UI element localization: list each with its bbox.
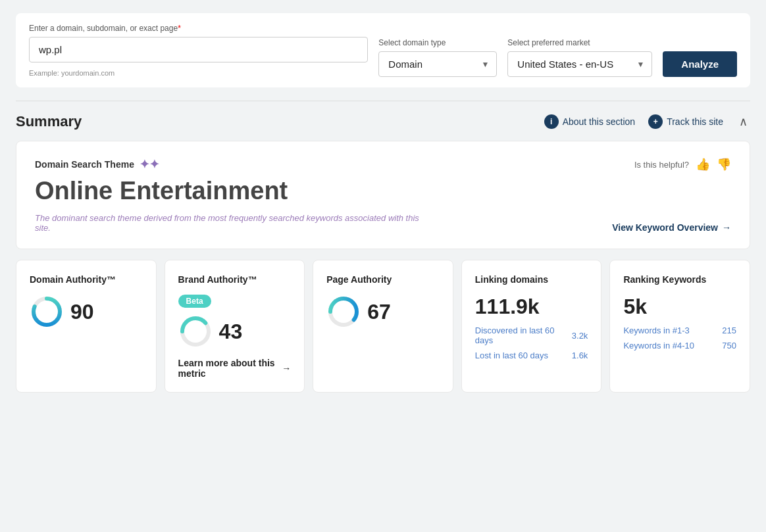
linking-domains-lost-row: Lost in last 60 days 1.6k <box>475 351 588 360</box>
domain-type-group: Select domain type Domain Subdomain Exac… <box>378 38 497 77</box>
theme-label: Domain Search Theme ✦✦ <box>35 157 159 172</box>
learn-more-text: Learn more about this metric <box>178 358 278 379</box>
about-section-button[interactable]: i About this section <box>544 114 636 129</box>
track-site-button[interactable]: + Track this site <box>648 114 723 129</box>
theme-card-header: Domain Search Theme ✦✦ Is this helpful? … <box>35 157 731 172</box>
view-keyword-label: View Keyword Overview <box>612 222 718 233</box>
market-select-wrapper: United States - en-US United Kingdom - e… <box>507 51 652 77</box>
domain-label: Enter a domain, subdomain, or exact page… <box>29 24 368 33</box>
page-authority-value-row: 67 <box>326 295 440 329</box>
domain-input-group: Enter a domain, subdomain, or exact page… <box>29 24 368 77</box>
domain-type-select[interactable]: Domain Subdomain Exact Page <box>378 51 497 77</box>
plus-icon: + <box>648 114 663 129</box>
theme-title: Online Entertainment <box>35 177 731 205</box>
ranking-keywords-title: Ranking Keywords <box>623 274 736 285</box>
page-authority-card: Page Authority 67 <box>313 260 453 393</box>
kw1-value[interactable]: 215 <box>722 326 736 335</box>
linking-domains-card: Linking domains 111.9k Discovered in las… <box>461 260 602 393</box>
domain-input[interactable] <box>29 37 368 62</box>
market-group: Select preferred market United States - … <box>507 38 652 77</box>
theme-label-text: Domain Search Theme <box>35 159 134 170</box>
lost-value[interactable]: 1.6k <box>572 351 588 360</box>
market-select[interactable]: United States - en-US United Kingdom - e… <box>507 51 652 77</box>
summary-header: Summary i About this section + Track thi… <box>16 113 750 130</box>
theme-card: Domain Search Theme ✦✦ Is this helpful? … <box>16 141 750 249</box>
brand-authority-circle <box>178 314 213 349</box>
ranking-kw1-row: Keywords in #1-3 215 <box>623 326 736 335</box>
info-icon: i <box>544 114 559 129</box>
discovered-label: Discovered in last 60 days <box>475 326 572 345</box>
kw2-value[interactable]: 750 <box>722 341 736 351</box>
brand-authority-beta: Beta <box>178 295 292 314</box>
brand-authority-value-row: 43 <box>178 314 292 349</box>
page-authority-circle <box>326 295 361 329</box>
thumbdown-button[interactable]: 👎 <box>717 157 731 172</box>
track-site-label: Track this site <box>667 116 723 127</box>
metrics-row: Domain Authority™ 90 <box>16 260 750 393</box>
domain-authority-card: Domain Authority™ 90 <box>16 260 157 393</box>
analyze-button[interactable]: Analyze <box>663 51 737 77</box>
ranking-kw2-row: Keywords in #4-10 750 <box>623 341 736 351</box>
brand-authority-value: 43 <box>219 320 243 344</box>
section-divider <box>16 101 750 101</box>
domain-type-label: Select domain type <box>378 38 497 47</box>
summary-title: Summary <box>16 113 82 130</box>
domain-authority-title: Domain Authority™ <box>30 274 143 285</box>
learn-more-arrow-icon: → <box>282 363 291 374</box>
collapse-button[interactable]: ∧ <box>736 114 750 129</box>
theme-footer: The dominant search theme derived from t… <box>35 213 731 233</box>
brand-authority-card: Brand Authority™ Beta <box>165 260 305 393</box>
discovered-value[interactable]: 3.2k <box>572 331 588 341</box>
domain-example: Example: yourdomain.com <box>29 69 368 77</box>
summary-actions: i About this section + Track this site ∧ <box>544 114 750 129</box>
sparkle-icon: ✦✦ <box>140 157 159 172</box>
helpful-area: Is this helpful? 👍 👎 <box>634 157 731 172</box>
search-section: Enter a domain, subdomain, or exact page… <box>16 13 750 87</box>
kw2-label: Keywords in #4-10 <box>623 341 694 351</box>
page-authority-title: Page Authority <box>326 274 440 285</box>
about-section-label: About this section <box>563 116 636 127</box>
lost-label: Lost in last 60 days <box>475 351 548 360</box>
helpful-text: Is this helpful? <box>634 160 689 170</box>
beta-badge: Beta <box>178 295 211 308</box>
ranking-keywords-card: Ranking Keywords 5k Keywords in #1-3 215… <box>609 260 750 393</box>
domain-authority-value-row: 90 <box>30 295 143 329</box>
learn-more-link[interactable]: Learn more about this metric → <box>178 358 292 379</box>
view-keyword-arrow-icon: → <box>722 222 731 233</box>
domain-authority-circle <box>30 295 64 329</box>
page-authority-value: 67 <box>367 300 391 324</box>
linking-domains-value: 111.9k <box>475 295 588 319</box>
linking-domains-title: Linking domains <box>475 274 588 285</box>
domain-type-select-wrapper: Domain Subdomain Exact Page ▼ <box>378 51 497 77</box>
domain-authority-value: 90 <box>70 300 94 324</box>
market-label: Select preferred market <box>507 38 652 47</box>
kw1-label: Keywords in #1-3 <box>623 326 689 335</box>
ranking-keywords-value: 5k <box>623 295 736 319</box>
brand-authority-title: Brand Authority™ <box>178 274 292 285</box>
theme-description: The dominant search theme derived from t… <box>35 213 430 233</box>
linking-domains-discovered-row: Discovered in last 60 days 3.2k <box>475 326 588 345</box>
thumbup-button[interactable]: 👍 <box>696 157 710 172</box>
view-keyword-link[interactable]: View Keyword Overview → <box>612 222 731 233</box>
